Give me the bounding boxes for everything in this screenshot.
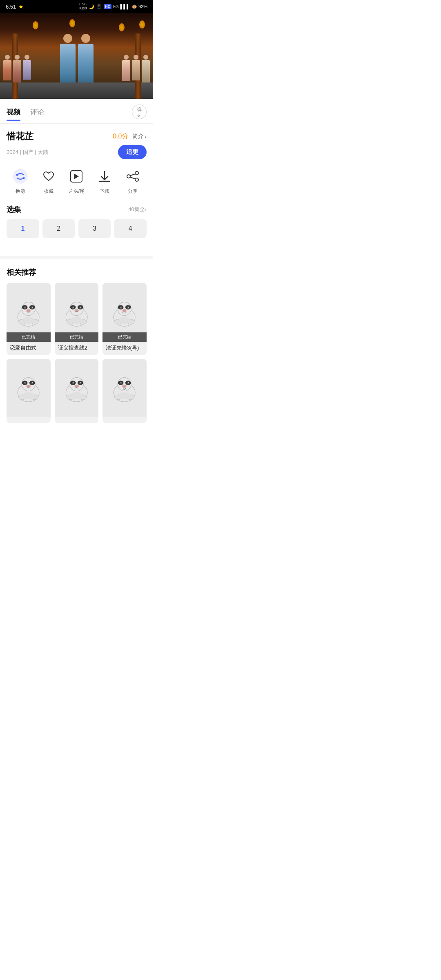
panda-icon-6 bbox=[109, 368, 140, 408]
recommend-card-4[interactable] bbox=[7, 359, 51, 423]
main-content: 惜花芷 0.0分 简介 › 2024 | 国产 | 大陆 追更 bbox=[0, 124, 153, 254]
panda-icon-2 bbox=[61, 292, 92, 333]
episodes-title: 选集 bbox=[7, 205, 21, 214]
danmu-icon: 弹⊘ bbox=[137, 107, 142, 118]
svg-point-29 bbox=[80, 307, 81, 307]
card-badge-2: 已完结 bbox=[55, 332, 99, 342]
card-thumbnail-5 bbox=[55, 359, 99, 418]
network-info: 6.96KB/s bbox=[79, 2, 87, 11]
recommend-card-1[interactable]: 已完结 恋爱自由式 bbox=[7, 283, 51, 355]
episodes-more[interactable]: 40集全 › bbox=[128, 206, 147, 213]
panda-icon-5 bbox=[61, 368, 92, 408]
video-player[interactable] bbox=[0, 13, 153, 99]
hd-badge: HD bbox=[104, 4, 111, 9]
card-badge-3: 已完结 bbox=[102, 332, 147, 342]
svg-point-78 bbox=[122, 385, 127, 388]
video-scene bbox=[0, 13, 153, 99]
signal-bars: ▌▌▌ bbox=[120, 4, 130, 9]
svg-point-76 bbox=[121, 382, 122, 383]
svg-point-52 bbox=[24, 382, 25, 383]
chevron-right-icon: › bbox=[145, 133, 147, 140]
svg-point-16 bbox=[24, 307, 25, 307]
heart-icon bbox=[40, 167, 58, 185]
svg-point-54 bbox=[27, 385, 31, 388]
skip-label: 片头/尾 bbox=[69, 188, 85, 195]
action-skip[interactable]: 片头/尾 bbox=[67, 167, 85, 195]
svg-point-21 bbox=[23, 316, 34, 324]
share-icon bbox=[124, 167, 142, 185]
download-label: 下载 bbox=[100, 188, 109, 195]
recommend-card-3[interactable]: 已完结 法证先锋3(粤) bbox=[102, 283, 147, 355]
svg-point-65 bbox=[80, 382, 81, 383]
panda-icon-4 bbox=[13, 368, 44, 408]
intro-link[interactable]: 简介 › bbox=[132, 133, 147, 140]
action-download[interactable]: 下载 bbox=[96, 167, 114, 195]
action-share[interactable]: 分享 bbox=[124, 167, 142, 195]
action-row: 换源 收藏 片头/尾 bbox=[7, 166, 147, 196]
tab-video[interactable]: 视频 bbox=[7, 107, 20, 121]
card-thumbnail-3: 已完结 bbox=[102, 283, 147, 342]
svg-point-41 bbox=[128, 307, 129, 307]
title-row: 惜花芷 0.0分 简介 › bbox=[7, 130, 147, 143]
episode-btn-1[interactable]: 1 bbox=[7, 219, 39, 238]
card-name-5 bbox=[55, 417, 99, 423]
signal-5g: 5G bbox=[113, 4, 118, 9]
episode-grid: 1 2 3 4 bbox=[7, 219, 147, 238]
danmu-button[interactable]: 弹⊘ bbox=[132, 105, 147, 119]
status-bar: 6:51 ★ 6.96KB/s 🌙 📱 HD 5G ▌▌▌ 🐵 92% bbox=[0, 0, 153, 13]
svg-point-69 bbox=[71, 392, 82, 399]
svg-point-28 bbox=[73, 307, 74, 307]
svg-point-53 bbox=[32, 382, 33, 383]
tabs-bar: 视频 评论 弹⊘ bbox=[0, 99, 153, 124]
title-right: 0.0分 简介 › bbox=[113, 132, 147, 141]
recommendations-grid: 已完结 恋爱自由式 bbox=[7, 283, 147, 423]
battery-display: 🐵 92% bbox=[131, 4, 147, 9]
svg-point-1 bbox=[16, 174, 18, 176]
card-thumbnail-1: 已完结 bbox=[7, 283, 51, 342]
show-title: 惜花芷 bbox=[7, 130, 33, 143]
chevron-right-icon-ep: › bbox=[145, 207, 147, 213]
svg-point-82 bbox=[119, 392, 130, 399]
episode-btn-3[interactable]: 3 bbox=[78, 219, 111, 238]
star-icon: ★ bbox=[18, 3, 24, 10]
tab-comments[interactable]: 评论 bbox=[30, 107, 44, 121]
show-meta: 2024 | 国产 | 大陆 bbox=[7, 149, 48, 156]
action-source[interactable]: 换源 bbox=[11, 167, 29, 195]
action-collect[interactable]: 收藏 bbox=[40, 167, 58, 195]
collect-label: 收藏 bbox=[44, 188, 53, 195]
svg-point-64 bbox=[73, 382, 74, 383]
card-name-1: 恋爱自由式 bbox=[7, 342, 51, 355]
card-badge-1: 已完结 bbox=[7, 332, 51, 342]
intro-label: 简介 bbox=[132, 133, 144, 140]
episode-btn-4[interactable]: 4 bbox=[114, 219, 147, 238]
download-icon bbox=[96, 167, 114, 185]
svg-point-66 bbox=[74, 385, 79, 388]
skip-icon bbox=[67, 167, 85, 185]
time-display: 6:51 bbox=[6, 4, 16, 10]
follow-button[interactable]: 追更 bbox=[118, 145, 147, 159]
svg-point-0 bbox=[13, 169, 27, 183]
stairs bbox=[0, 82, 153, 99]
episodes-header: 选集 40集全 › bbox=[7, 205, 147, 214]
svg-line-9 bbox=[130, 177, 135, 179]
svg-point-45 bbox=[119, 316, 130, 324]
main-figures bbox=[60, 44, 94, 82]
recommend-card-5[interactable] bbox=[55, 359, 99, 423]
moon-icon: 🌙 bbox=[89, 4, 94, 9]
panda-icon-3 bbox=[109, 292, 140, 333]
status-left: 6:51 ★ bbox=[6, 3, 24, 10]
svg-marker-4 bbox=[74, 174, 79, 179]
card-thumbnail-2: 已完结 bbox=[55, 283, 99, 342]
episode-btn-2[interactable]: 2 bbox=[42, 219, 75, 238]
card-name-6 bbox=[102, 417, 147, 423]
card-name-3: 法证先锋3(粤) bbox=[102, 342, 147, 355]
source-label: 换源 bbox=[16, 188, 25, 195]
recommend-card-6[interactable] bbox=[102, 359, 147, 423]
svg-point-33 bbox=[71, 316, 82, 324]
panda-icon-1 bbox=[13, 292, 44, 333]
phone-icon: 📱 bbox=[96, 4, 102, 9]
status-right: 6.96KB/s 🌙 📱 HD 5G ▌▌▌ 🐵 92% bbox=[79, 2, 147, 11]
svg-point-77 bbox=[128, 382, 129, 383]
recommend-card-2[interactable]: 已完结 证义搜查线2 bbox=[55, 283, 99, 355]
lantern-2 bbox=[69, 19, 75, 27]
